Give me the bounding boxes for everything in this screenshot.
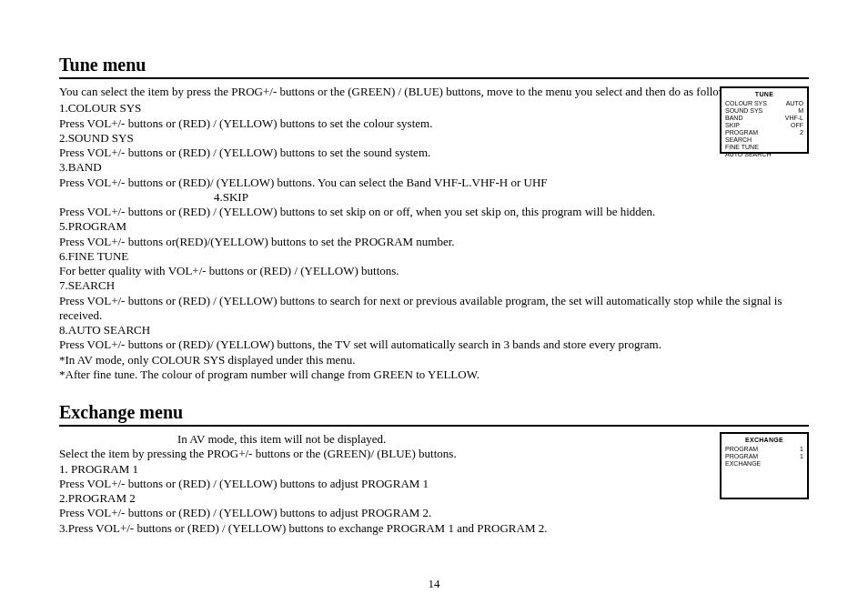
exchange-note: In AV mode, this item will not be displa… — [59, 432, 809, 447]
tune-line: Press VOL+/- buttons or (RED) / (YELLOW)… — [59, 205, 809, 219]
tune-line: Press VOL+/- buttons or (RED) / (YELLOW)… — [59, 116, 714, 131]
exchange-line: 1. PROGRAM 1 — [59, 462, 809, 477]
page-number: 14 — [0, 577, 868, 591]
tune-line: 2.SOUND SYS — [59, 131, 714, 146]
tune-line: For better quality with VOL+/- buttons o… — [59, 264, 809, 278]
tune-line: 6.FINE TUNE — [59, 249, 809, 264]
exchange-osd-box: EXCHANGE PROGRAM1 PROGRAM1 EXCHANGE — [720, 432, 809, 499]
exchange-line: 3.Press VOL+/- buttons or (RED) / (YELLO… — [59, 521, 809, 536]
tune-line: 1.COLOUR SYS — [59, 101, 714, 116]
tune-osd-box: TUNE COLOUR SYSAUTO SOUND SYSM BANDVHF-L… — [720, 86, 809, 154]
tune-line: 3.BAND — [59, 160, 714, 175]
exchange-osd-title: EXCHANGE — [725, 437, 803, 444]
exchange-menu-heading: Exchange menu — [59, 402, 809, 427]
tune-note: *In AV mode, only COLOUR SYS displayed u… — [59, 353, 809, 367]
tune-intro: You can select the item by press the PRO… — [59, 85, 809, 99]
tune-line: Press VOL+/- buttons or (RED)/ (YELLOW) … — [59, 176, 714, 190]
exchange-line: 2.PROGRAM 2 — [59, 491, 809, 506]
tune-line: Press VOL+/- buttons or (RED)/ (YELLOW) … — [59, 337, 809, 352]
exchange-line: Press VOL+/- buttons or (RED) / (YELLOW)… — [59, 477, 809, 491]
tune-menu-section: Tune menu You can select the item by pre… — [59, 55, 809, 382]
exchange-line: Select the item by pressing the PROG+/- … — [59, 447, 809, 461]
tune-menu-body: You can select the item by press the PRO… — [59, 85, 809, 382]
tune-osd-title: TUNE — [725, 91, 803, 98]
tune-line: Press VOL+/- buttons or(RED)/(YELLOW) bu… — [59, 235, 809, 249]
exchange-line: Press VOL+/- buttons or (RED) / (YELLOW)… — [59, 506, 809, 520]
tune-line: 7.SEARCH — [59, 278, 809, 293]
tune-note: *After fine tune. The colour of program … — [59, 367, 809, 382]
tune-line-skip: 4.SKIP — [59, 190, 809, 205]
exchange-menu-body: EXCHANGE PROGRAM1 PROGRAM1 EXCHANGE In A… — [59, 432, 809, 536]
tune-line: 5.PROGRAM — [59, 219, 809, 234]
tune-line: Press VOL+/- buttons or (RED) / (YELLOW)… — [59, 146, 714, 160]
tune-line: Press VOL+/- buttons or (RED) / (YELLOW)… — [59, 294, 809, 324]
exchange-menu-section: Exchange menu EXCHANGE PROGRAM1 PROGRAM1… — [59, 402, 809, 536]
tune-menu-heading: Tune menu — [59, 55, 809, 79]
tune-line: 8.AUTO SEARCH — [59, 323, 809, 337]
